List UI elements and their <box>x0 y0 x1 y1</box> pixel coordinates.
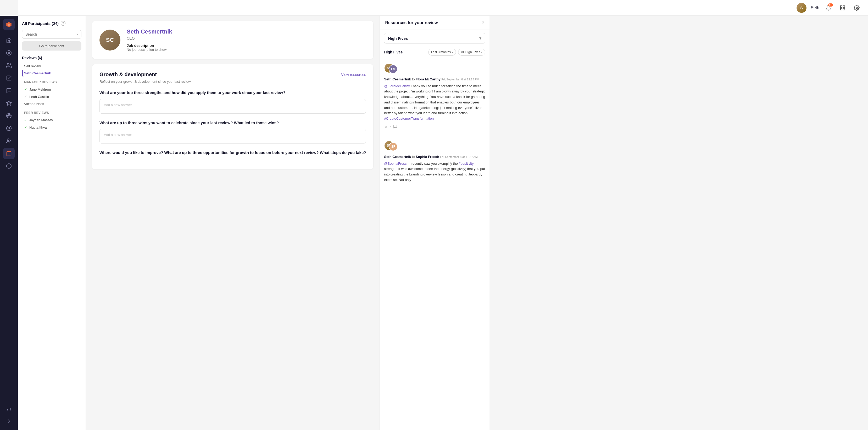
sidebar <box>0 16 18 430</box>
hf2-body: @SophiaFresch I recently saw you exempli… <box>384 161 485 183</box>
question-block-3: Where would you like to improve? What ar… <box>99 150 366 156</box>
left-panel: All Participants (24) ? ▾ Go to particip… <box>18 16 86 430</box>
hf1-comment-button[interactable] <box>393 124 397 129</box>
svg-point-6 <box>8 52 10 54</box>
sidebar-item-chevron-right[interactable] <box>3 415 15 427</box>
manager-reviewer-leah[interactable]: ✓ Leah Castillo <box>22 93 82 100</box>
section-title: Growth & development <box>99 71 157 78</box>
manager-reviews-label: Manager reviews <box>24 81 82 84</box>
filter-all-chevron-icon: ▾ <box>481 51 483 54</box>
sidebar-item-reviews[interactable] <box>3 148 15 159</box>
svg-rect-17 <box>7 152 11 156</box>
check-icon-gray: ✓ <box>24 95 27 99</box>
high-fives-dropdown[interactable]: High Fives ▾ <box>384 33 485 43</box>
svg-point-21 <box>6 164 11 168</box>
sidebar-item-target[interactable] <box>3 110 15 122</box>
dropdown-chevron-icon: ▾ <box>479 36 482 40</box>
hf2-meta: Seth Cesmertnik to Sophia Fresch Fri, Se… <box>384 154 485 159</box>
manager-review-list: ✓ Jane Meldrum ✓ Leah Castillo Victoria … <box>22 86 82 108</box>
manager-reviewer-jane[interactable]: ✓ Jane Meldrum <box>22 86 82 93</box>
center-panel: SC Seth Cesmertnik CEO Job description N… <box>86 16 379 430</box>
check-icon-green2: ✓ <box>24 118 27 122</box>
svg-rect-0 <box>840 5 842 7</box>
peer-reviews-label: Peer reviews <box>24 111 82 115</box>
sidebar-item-notes[interactable] <box>3 72 15 84</box>
hf1-emoji-button[interactable]: ☺ <box>384 124 388 129</box>
check-icon-green: ✓ <box>24 87 27 91</box>
sidebar-item-dashboard[interactable] <box>3 47 15 59</box>
profile-name: Seth Cesmertnik <box>127 28 172 35</box>
username-label: Seth <box>811 5 819 10</box>
hf2-recipient-avatar: SF <box>389 142 398 151</box>
high-fives-feed: SC FM Seth Cesmertnik to Flora McCarthy … <box>380 59 490 430</box>
peer-reviewer-nguta[interactable]: ✓ Nguta Ithya <box>22 124 82 131</box>
help-icon[interactable]: ? <box>61 21 65 26</box>
profile-card: SC Seth Cesmertnik CEO Job description N… <box>92 21 373 59</box>
right-panel-title: Resources for your review <box>385 21 438 25</box>
high-fives-filters: High Fives Last 3 months ▾ All High Five… <box>380 47 490 59</box>
svg-rect-3 <box>843 8 845 10</box>
sidebar-item-chat[interactable] <box>3 85 15 96</box>
grid-button[interactable] <box>838 3 847 13</box>
answer-input-1[interactable]: Add a new answer <box>99 99 366 114</box>
job-desc-value: No job description to show <box>127 48 172 52</box>
notifications-button[interactable]: 9+ <box>824 3 833 13</box>
filter-last-months-button[interactable]: Last 3 months ▾ <box>428 49 456 56</box>
sidebar-item-bar-chart[interactable] <box>3 403 15 414</box>
participants-header: All Participants (24) ? <box>22 21 82 26</box>
question-text-2: What are up to three wins you want to ce… <box>99 120 366 126</box>
goto-participant-button[interactable]: Go to participant <box>22 41 82 51</box>
svg-point-5 <box>6 51 11 55</box>
question-block-1: What are your top three strengths and ho… <box>99 90 366 114</box>
search-box[interactable]: ▾ <box>22 30 82 39</box>
manager-reviewer-victoria[interactable]: Victoria Noss <box>22 100 82 108</box>
sidebar-item-home[interactable] <box>3 35 15 46</box>
hf-item-1: SC FM Seth Cesmertnik to Flora McCarthy … <box>384 63 485 134</box>
close-button[interactable]: × <box>482 20 485 25</box>
app-logo[interactable] <box>3 19 15 30</box>
question-text-1: What are your top three strengths and ho… <box>99 90 366 96</box>
job-desc-label: Job description <box>127 43 172 48</box>
hf1-meta: Seth Cesmertnik to Flora McCarthy Fri, S… <box>384 77 485 82</box>
answer-input-2[interactable]: Add a new answer <box>99 129 366 144</box>
top-bar: S Seth 9+ <box>18 0 868 16</box>
hf-section-label: High Fives <box>384 50 426 54</box>
svg-point-10 <box>8 115 10 117</box>
sidebar-item-compass[interactable] <box>3 123 15 134</box>
sidebar-item-people[interactable] <box>3 60 15 71</box>
peer-reviewer-jayden[interactable]: ✓ Jayden Massey <box>22 116 82 124</box>
view-resources-link[interactable]: View resources <box>341 72 366 77</box>
review-list: Self review Seth Cesmertnik <box>22 63 82 77</box>
svg-point-4 <box>856 7 858 9</box>
profile-role: CEO <box>127 36 172 40</box>
settings-button[interactable] <box>852 3 862 13</box>
check-icon-green3: ✓ <box>24 125 27 129</box>
dropdown-label: High Fives <box>388 36 408 40</box>
svg-marker-8 <box>6 101 11 105</box>
filter-chevron-icon: ▾ <box>452 51 453 54</box>
sidebar-item-star[interactable] <box>3 97 15 109</box>
reviews-section-title: Reviews (6) <box>22 56 82 60</box>
svg-point-12 <box>6 126 11 131</box>
user-avatar[interactable]: S <box>797 3 806 13</box>
sidebar-item-circle2[interactable] <box>3 160 15 172</box>
svg-marker-13 <box>8 127 10 129</box>
peer-review-list: ✓ Jayden Massey ✓ Nguta Ithya <box>22 116 82 131</box>
self-review-item[interactable]: Self review <box>22 63 82 70</box>
svg-point-11 <box>8 115 9 116</box>
content-card: Growth & development View resources Refl… <box>92 64 373 170</box>
active-reviewer-item[interactable]: Seth Cesmertnik <box>22 70 82 77</box>
filter-all-button[interactable]: All High Fives ▾ <box>458 49 485 56</box>
notification-badge: 9+ <box>828 3 833 6</box>
sidebar-item-add-person[interactable] <box>3 135 15 147</box>
question-block-2: What are up to three wins you want to ce… <box>99 120 366 144</box>
search-input[interactable] <box>25 32 76 36</box>
svg-rect-1 <box>843 5 845 7</box>
hf1-actions: ☺ · <box>384 124 485 129</box>
hf-item-2: SC SF Seth Cesmertnik to Sophia Fresch F… <box>384 141 485 188</box>
svg-point-14 <box>7 139 9 141</box>
right-panel-header: Resources for your review × <box>380 16 490 30</box>
svg-rect-2 <box>840 8 842 10</box>
section-subtitle: Reflect on your growth & development sin… <box>99 80 366 84</box>
svg-point-7 <box>7 63 9 65</box>
